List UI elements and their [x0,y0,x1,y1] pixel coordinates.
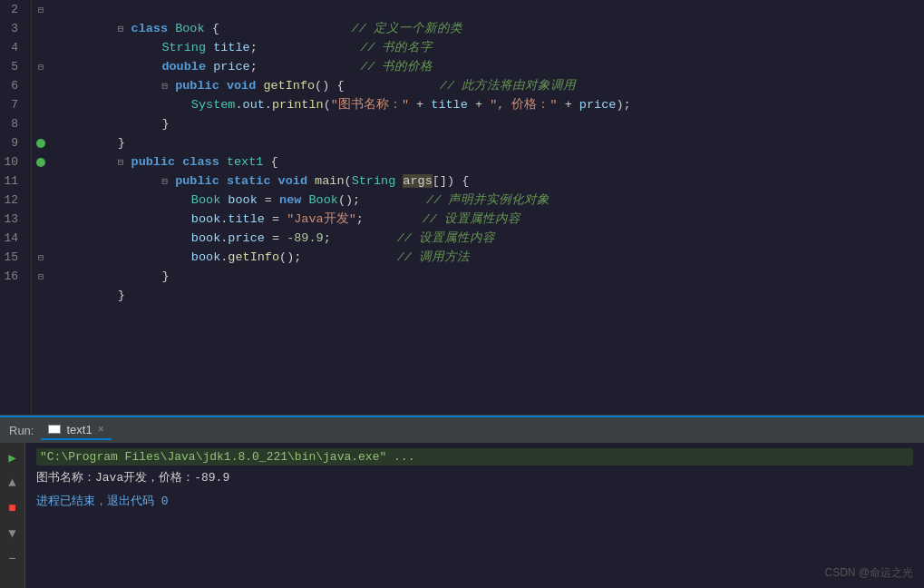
gutter-11 [32,172,50,191]
gutter-5: ⊟ [32,57,50,76]
console-content: "C:\Program Files\Java\jdk1.8.0_221\bin\… [25,443,924,588]
code-content[interactable]: ⊟ class Book { // 定义一个新的类 String title; … [50,0,924,415]
breakpoint-icon-9[interactable] [36,139,45,148]
minimize-button[interactable]: − [4,550,22,568]
line-num-7: 7 [0,95,24,114]
watermark: CSDN @命运之光 [824,565,913,581]
line-num-8: 8 [0,114,24,133]
console-sidebar: ▶ ▲ ■ ▼ − [0,443,25,588]
line-num-3: 3 [0,19,24,38]
scroll-down-button[interactable]: ▼ [4,524,22,543]
gutter-icons: ⊟ ⊟ ⊟ ⊟ [32,0,50,415]
line-num-6: 6 [0,76,24,95]
gutter-14 [32,229,50,248]
gutter-6 [32,76,50,95]
gutter-7 [32,95,50,114]
gutter-4 [32,38,50,57]
fold-icon-16[interactable]: ⊟ [38,271,44,282]
gutter-15: ⊟ [32,248,50,267]
gutter-10 [32,152,50,172]
line-num-16: 16 [0,267,24,286]
code-line-2: ⊟ class Book { // 定义一个新的类 [59,0,924,19]
code-line-8: } [59,114,924,133]
gutter-13 [32,210,50,229]
console-exit: 进程已结束，退出代码 0 [36,493,913,509]
line-num-14: 14 [0,229,24,248]
gutter-16: ⊟ [32,267,50,286]
editor-area: 2 3 4 5 6 7 8 9 10 11 12 13 14 15 16 ⊟ ⊟… [0,0,924,416]
run-bar: Run: text1 × [0,416,924,443]
line-num-11: 11 [0,172,24,191]
console-area: ▶ ▲ ■ ▼ − "C:\Program Files\Java\jdk1.8.… [0,443,924,588]
gutter-3 [32,19,50,38]
line-num-12: 12 [0,191,24,210]
gutter-2: ⊟ [32,0,50,19]
line-num-15: 15 [0,248,24,267]
console-output: 图书名称：Java开发，价格：-89.9 [36,469,913,485]
gutter-9 [32,133,50,152]
line-num-4: 4 [0,38,24,57]
stop-button[interactable]: ■ [4,499,22,517]
line-numbers: 2 3 4 5 6 7 8 9 10 11 12 13 14 15 16 [0,0,32,415]
breakpoint-icon-10[interactable] [36,158,45,167]
run-close-button[interactable]: × [98,423,104,436]
fold-icon-5[interactable]: ⊟ [38,62,44,73]
code-line-9: ⊟ public class text1 { [59,133,924,152]
line-num-9: 9 [0,133,24,152]
console-wrapper: "C:\Program Files\Java\jdk1.8.0_221\bin\… [25,443,924,588]
console-cmd: "C:\Program Files\Java\jdk1.8.0_221\bin\… [36,448,913,466]
run-tab[interactable]: text1 × [41,421,111,440]
run-button[interactable]: ▶ [4,448,22,466]
run-tab-name: text1 [66,423,92,436]
line-num-2: 2 [0,0,24,19]
run-tab-icon [48,425,61,434]
line-num-10: 10 [0,152,24,172]
run-label: Run: [9,424,34,437]
gutter-12 [32,191,50,210]
line-num-5: 5 [0,57,24,76]
scroll-up-button[interactable]: ▲ [4,474,22,492]
fold-icon-2[interactable]: ⊟ [38,5,44,15]
line-num-13: 13 [0,210,24,229]
fold-icon-15[interactable]: ⊟ [38,252,44,263]
code-line-16: } [59,267,924,286]
gutter-8 [32,114,50,133]
